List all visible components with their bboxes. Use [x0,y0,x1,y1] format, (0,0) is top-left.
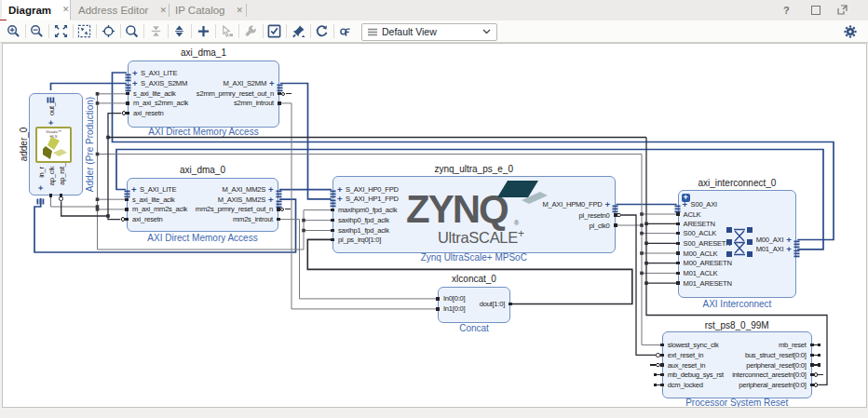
pin-square[interactable] [676,262,680,264]
pin-square[interactable] [676,212,680,215]
port-label[interactable]: s2mm_introut [157,99,274,107]
expand-plus-icon[interactable]: + [268,196,274,205]
interface-pin-icon[interactable] [277,79,283,88]
tab-ip-catalog[interactable]: IP Catalog ✕ [171,0,245,20]
port-label[interactable]: dout[1:0] [388,300,505,308]
pin-square[interactable] [331,229,334,232]
interface-pin-icon[interactable] [47,90,55,97]
port-label[interactable]: pl_ps_irq0[1:0] [338,236,381,244]
pin-square[interactable] [509,303,512,305]
port-label[interactable]: bus_struct_reset[0:0] [690,351,807,359]
port-label[interactable]: M01_ACLK [684,269,718,277]
port-label[interactable]: ap_clk [47,167,55,185]
port-label[interactable]: S_AXI_HP0_FPD [346,185,399,194]
toolbar-search-button[interactable] [123,23,141,40]
pin-square[interactable] [126,92,129,95]
expand-plus-icon[interactable]: + [131,185,137,195]
interface-pin-icon[interactable] [36,192,45,198]
toolbar-expand-button[interactable] [170,23,188,40]
hierarchy-expand-icon[interactable]: + [682,194,690,202]
port-label[interactable]: M00_ARESETN [684,259,732,267]
toolbar-zoom-out-button[interactable] [28,23,46,40]
port-label[interactable]: M00_AXI [667,236,783,244]
pin-square[interactable] [614,223,617,226]
port-label[interactable]: ARESETN [684,220,715,228]
pin-square[interactable] [125,218,129,221]
port-label[interactable]: S_AXI_HP1_FPD [346,195,399,203]
interface-pin-icon[interactable] [125,69,131,77]
pin-square[interactable] [126,112,129,115]
pin-square[interactable] [660,344,664,346]
port-label[interactable]: M_AXI_S2MM [150,79,266,88]
toolbar-collapse-button[interactable] [147,23,165,40]
port-label[interactable]: ACLK [684,210,701,219]
wire-net-clk-apclk[interactable] [51,196,98,207]
pin-square[interactable] [331,209,334,211]
port-label[interactable]: mm2s_introut [156,215,273,223]
toolbar-regenerate-layout-button[interactable] [313,23,331,40]
pin-square[interactable] [676,281,680,284]
pin-square[interactable] [49,194,52,197]
expand-plus-icon[interactable]: + [132,69,138,78]
expand-plus-icon[interactable]: + [786,236,792,245]
pin-square[interactable] [125,208,129,210]
toolbar-autofit-selection-button[interactable] [100,23,117,40]
port-label[interactable]: M01_AXI [667,245,783,253]
float-window-icon[interactable] [837,4,848,16]
tab-address-editor-close-icon[interactable]: ✕ [159,7,167,15]
toolbar-make-external-button[interactable] [218,23,236,40]
port-label[interactable]: M_AXI_MM2S [149,185,265,194]
interface-pin-icon[interactable] [125,79,131,88]
wire-net-outr-to-s2mm[interactable] [51,84,128,91]
wire-net-aprstn[interactable] [61,201,108,216]
wire-net-plresetn0-ext[interactable] [621,215,656,355]
toolbar-customize-block-button[interactable] [242,23,260,40]
toolbar-zoom-fit-button[interactable] [52,23,70,40]
interface-pin-icon[interactable] [276,185,282,194]
expand-plus-icon[interactable]: + [605,200,611,209]
toolbar-pin-button[interactable] [290,23,307,40]
port-label[interactable]: maxihpm0_fpd_aclk [338,206,397,214]
toolbar-add-ip-button[interactable] [195,23,212,40]
port-label[interactable]: S_AXI_LITE [141,69,177,77]
pin-square[interactable] [676,222,680,225]
tab-ip-catalog-close-icon[interactable]: ✕ [237,7,244,15]
interface-pin-icon[interactable] [330,185,336,194]
port-label[interactable]: pl_resetn0 [494,211,610,220]
pin-square[interactable] [676,232,680,235]
port-label[interactable]: S00_AXI [691,200,717,209]
pin-square[interactable] [125,198,129,201]
toolbar-interface-view-button[interactable] [337,23,355,40]
expand-plus-icon[interactable]: + [47,120,56,126]
port-label[interactable]: M01_ARESETN [684,279,732,288]
view-selector-dropdown[interactable]: Default View [361,23,497,41]
interface-pin-icon[interactable] [674,200,681,209]
interface-pin-icon[interactable] [793,245,800,253]
pin-square[interactable] [331,219,334,222]
toolbar-validate-design-button[interactable] [265,23,283,40]
port-label[interactable]: peripheral_reset[0:0] [690,361,807,370]
pin-square[interactable] [278,101,281,104]
diagram-canvas[interactable]: adder_0Adder (Pre Production)out_r+in_r+… [2,43,867,408]
port-label[interactable]: s2mm_prmry_reset_out_n [157,89,274,98]
port-label[interactable]: mm2s_prmry_reset_out_n [156,205,273,213]
expand-plus-icon[interactable]: + [337,195,343,204]
port-label[interactable]: peripheral_aresetn[0:0] [690,381,807,389]
tab-diagram[interactable]: Diagram ✕ [2,0,71,20]
expand-plus-icon[interactable]: + [786,245,792,254]
tab-address-editor[interactable]: Address Editor ✕ [72,0,168,20]
port-label[interactable]: saxihp1_fpd_aclk [338,226,389,235]
pin-square[interactable] [331,238,334,241]
maximize-icon[interactable] [811,4,821,16]
pin-square[interactable] [660,363,664,366]
pin-square[interactable] [126,101,129,104]
port-label[interactable]: interconnect_aresetn[0:0] [690,371,807,379]
help-icon[interactable]: ? [783,4,790,16]
interface-pin-icon[interactable] [793,236,800,244]
interface-pin-icon[interactable] [330,195,336,203]
expand-plus-icon[interactable]: + [132,79,138,88]
pin-square[interactable] [810,373,814,376]
toolbar-zoom-selection-button[interactable] [75,23,93,40]
pin-square[interactable] [660,354,664,357]
port-label[interactable]: saxihp0_fpd_aclk [338,216,389,224]
